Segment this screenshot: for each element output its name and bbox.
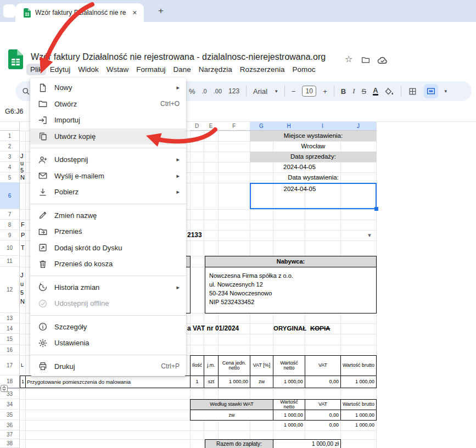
- row-header-36[interactable]: 36: [0, 420, 20, 430]
- cell-item-qty: 1: [190, 376, 204, 388]
- cell-item-net: 1 000,00: [273, 376, 305, 388]
- row-header-37[interactable]: 37: [0, 430, 20, 439]
- menu-item-share[interactable]: Udostępnij▸: [30, 152, 186, 168]
- menu-item-move[interactable]: Przenieś: [30, 223, 186, 240]
- cell-data-wystawienia-label: Data wystawienia:: [250, 172, 377, 183]
- cell-summary-gross: 1 000,00: [340, 410, 377, 421]
- menu-item-print[interactable]: DrukujCtrl+P: [30, 359, 186, 375]
- row-header-38[interactable]: 38: [0, 439, 20, 448]
- cell-item-vat: 0,00: [305, 376, 341, 388]
- row-header-14[interactable]: 14: [0, 323, 20, 334]
- selection-range[interactable]: [250, 183, 377, 209]
- menu-divider: [30, 312, 186, 319]
- new-document-icon: [38, 83, 48, 93]
- row-header-17[interactable]: 17: [0, 355, 20, 376]
- covered-text-fragment-buyer: Ju5N: [20, 271, 30, 306]
- row-header-9[interactable]: 9: [0, 230, 20, 240]
- menu-divider: [30, 144, 186, 152]
- select-all-corner[interactable]: [0, 122, 20, 131]
- menu-item-trash[interactable]: Przenieś do kosza: [30, 256, 186, 272]
- fragment-line: 5: [20, 288, 30, 297]
- menu-item-download[interactable]: Pobierz▸: [30, 184, 186, 200]
- row-header-11[interactable]: 11: [0, 256, 20, 267]
- row-header-12[interactable]: 12: [0, 267, 20, 313]
- cell-total-net: 1 000,00: [273, 420, 305, 430]
- row-header-6[interactable]: 6: [0, 183, 20, 209]
- cell-item-unit: szt: [204, 376, 219, 388]
- menu-item-new[interactable]: Nowy▸: [30, 80, 186, 96]
- column-header-d[interactable]: D: [190, 122, 204, 131]
- row-header-4[interactable]: 4: [0, 162, 20, 172]
- row-header-7[interactable]: 7: [0, 209, 20, 220]
- menu-divider: [30, 200, 186, 208]
- column-header-i[interactable]: I: [305, 122, 341, 131]
- cell-nabywca-details: Nowczesna Firma spółka z o.o.ul. Nowczes…: [205, 267, 377, 313]
- gear-icon: [38, 338, 48, 348]
- column-header-h[interactable]: H: [273, 122, 305, 131]
- menu-item-import[interactable]: Importuj: [30, 112, 186, 128]
- items-header-2: Cena jedn. netto: [218, 355, 250, 376]
- row-header-5[interactable]: 5: [0, 172, 20, 183]
- import-icon: [38, 115, 48, 125]
- row-header-1[interactable]: 1: [0, 131, 20, 141]
- validation-dropdown-icon[interactable]: ▾: [365, 231, 374, 239]
- fragment-line: J: [20, 271, 30, 279]
- menu-item-settings[interactable]: Ustawienia: [30, 335, 186, 351]
- download-icon: [38, 187, 48, 197]
- gridline: [20, 430, 376, 431]
- items-header-0: Ilość: [190, 355, 204, 376]
- row-header-16[interactable]: 16: [0, 345, 20, 355]
- column-header-f[interactable]: F: [218, 122, 250, 131]
- fragment-line: N: [20, 174, 30, 181]
- submenu-arrow-icon: ▸: [176, 172, 180, 180]
- row-header-10[interactable]: 10: [0, 240, 20, 256]
- summary-header-1: VAT: [305, 399, 341, 410]
- column-header-g[interactable]: G: [250, 122, 273, 131]
- cell-account-fragment: 2133: [187, 231, 220, 240]
- cell-miejsce-wystawienia-label: Miejsce wystawienia:: [250, 131, 377, 141]
- menu-divider: [30, 351, 186, 359]
- column-header-e[interactable]: E: [204, 122, 219, 131]
- selection-fill-handle[interactable]: [374, 207, 378, 211]
- nabywca-line: Nowczesna Firma spółka z o.o.: [209, 271, 293, 280]
- cell-miejsce-wystawienia-value: Wrocław: [250, 141, 377, 152]
- row-header-15[interactable]: 15: [0, 334, 20, 345]
- row-header-13[interactable]: 13: [0, 313, 20, 323]
- pencil-icon: [38, 210, 48, 220]
- row-header-3[interactable]: 3: [0, 152, 20, 162]
- fragment-line: J: [20, 153, 30, 160]
- cell-item-gross: 1 000,00: [340, 376, 377, 388]
- menu-item-rename[interactable]: Zmień nazwę: [30, 208, 186, 224]
- menu-item-version-history[interactable]: Historia zmian▸: [30, 279, 186, 296]
- summary-header-0: Wartość netto: [273, 399, 305, 410]
- nabywca-line: NIP 5232433452: [209, 298, 254, 306]
- cell-razem-label: Razem do zapłaty:: [205, 439, 273, 448]
- offline-check-icon: [38, 299, 48, 309]
- menu-item-details[interactable]: Szczegóły: [30, 319, 186, 335]
- row-header-8[interactable]: 8: [0, 220, 20, 230]
- submenu-arrow-icon: ▸: [176, 284, 180, 291]
- row-group-expand-button[interactable]: [1, 385, 8, 392]
- folder-move-icon: [38, 227, 48, 237]
- cell-summary-rate: zw: [190, 410, 273, 421]
- nabywca-line: 50-234 Nowoczesnowo: [209, 289, 272, 298]
- printer-icon: [38, 361, 48, 371]
- items-header-1: j.m.: [204, 355, 219, 376]
- column-header-j[interactable]: J: [340, 122, 377, 131]
- items-header-5: VAT: [305, 355, 341, 376]
- menu-item-email[interactable]: Wyślij e-mailem▸: [30, 168, 186, 184]
- menu-item-drive-shortcut[interactable]: Dodaj skrót do Dysku: [30, 240, 186, 256]
- file-menu: Nowy▸OtwórzCtrl+OImportujUtwórz kopięUdo…: [30, 78, 186, 376]
- menu-item-open[interactable]: OtwórzCtrl+O: [30, 96, 186, 113]
- cell-razem-value: 1 000,00 zł: [273, 439, 341, 448]
- cell-data-sprzedazy-value: 2024-04-05: [250, 162, 349, 172]
- menu-item-make-copy[interactable]: Utwórz kopię: [30, 128, 186, 145]
- row-header-2[interactable]: 2: [0, 141, 20, 152]
- row-header-35[interactable]: 35: [0, 410, 20, 420]
- row-header-34[interactable]: 34: [0, 399, 20, 410]
- envelope-icon: [38, 171, 48, 181]
- cell-item-name: Przygotowanie pomieszczenia do malowania: [25, 376, 191, 388]
- cell-oryginal: ORYGINAŁ: [273, 324, 312, 333]
- menu-item-offline: Udostępnij offline: [30, 295, 186, 312]
- covered-text-fragment-seller: Ju5N: [20, 153, 30, 181]
